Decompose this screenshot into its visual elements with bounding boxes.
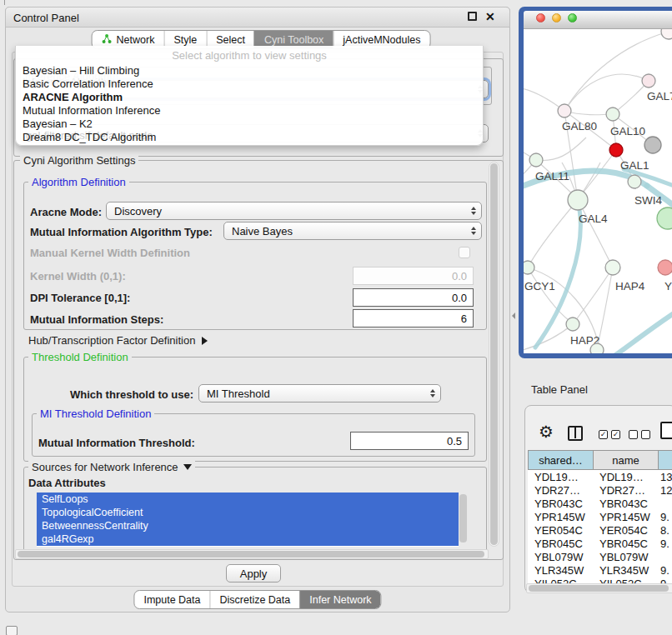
data-attribute-item[interactable]: SelfLoops: [37, 492, 459, 506]
table-row[interactable]: YBL079WYBL079W: [528, 550, 672, 563]
table-cell: YDR27…: [593, 484, 658, 497]
control-panel-titlebar: Control Panel: [5, 7, 510, 28]
kernel-width-field[interactable]: 0.0: [353, 267, 474, 285]
minimized-panel-icon[interactable]: [6, 626, 18, 635]
dpi-tolerance-label: DPI Tolerance [0,1]:: [30, 292, 130, 304]
network-node-gal11[interactable]: [529, 153, 543, 167]
table-horizontal-scrollbar[interactable]: [526, 583, 672, 593]
table-cell: YPR145W: [528, 511, 593, 523]
hub-definition-toggle[interactable]: Hub/Transcription Factor Definition: [28, 334, 208, 347]
network-window-titlebar[interactable]: [524, 11, 672, 29]
stepper-arrows-icon: [471, 207, 476, 215]
tab-label: Select: [216, 34, 245, 46]
data-attribute-item[interactable]: BetweennessCentrality: [37, 519, 459, 532]
table-cell: 9.: [658, 511, 672, 523]
scrollbar-thumb[interactable]: [529, 585, 669, 592]
close-icon[interactable]: ✕: [485, 9, 495, 24]
cyni-bottom-tabs: Impute Data Discretize Data Infer Networ…: [133, 590, 381, 609]
mi-threshold-field[interactable]: 0.5: [350, 432, 469, 450]
apply-button[interactable]: Apply: [226, 564, 281, 582]
float-window-icon[interactable]: [468, 12, 477, 21]
table-row[interactable]: YER054CYER054C8.: [528, 523, 672, 537]
network-node-gal80[interactable]: [558, 104, 571, 118]
dpi-tolerance-field[interactable]: 0.0: [353, 288, 474, 307]
table-function-icon[interactable]: [660, 422, 672, 439]
aracne-mode-select[interactable]: Discovery: [106, 202, 482, 220]
unchecked-box-icon: [629, 430, 638, 439]
network-node-hap2[interactable]: [566, 318, 579, 331]
network-node-swi4[interactable]: [628, 175, 641, 188]
network-node-gal7[interactable]: [642, 74, 655, 88]
algorithm-item[interactable]: Bayesian – K2: [20, 118, 479, 131]
data-attribute-item[interactable]: gal4RGexp: [37, 532, 459, 546]
split-columns-icon[interactable]: [568, 426, 583, 441]
settings-vertical-scrollbar[interactable]: [489, 162, 499, 547]
table-row[interactable]: YDR27…YDR27…12: [528, 483, 672, 497]
table-row[interactable]: YPR145WYPR145W9.: [528, 510, 672, 523]
node-attribute-table: shared… name A YDL19…YDL19…13YDR27…YDR27…: [528, 450, 672, 583]
network-node-gal4[interactable]: [568, 190, 588, 210]
data-attribute-item[interactable]: TopologicalCoefficient: [37, 506, 459, 519]
network-node[interactable]: [644, 137, 661, 153]
table-row[interactable]: YIL052CYIL052C9: [528, 577, 672, 583]
scrollbar-thumb[interactable]: [18, 551, 484, 558]
network-node-gal1[interactable]: [609, 143, 623, 157]
chevron-right-icon: [202, 337, 208, 345]
table-row[interactable]: YDL19…YDL19…13: [528, 470, 672, 483]
table-row[interactable]: YBR043CYBR043C: [528, 497, 672, 510]
which-threshold-label: Which threshold to use:: [70, 388, 193, 401]
which-threshold-select[interactable]: MI Threshold: [198, 384, 441, 402]
manual-kernel-checkbox[interactable]: [459, 247, 470, 258]
column-header-partial[interactable]: A: [658, 450, 672, 470]
aracne-mode-label: Aracne Mode:: [30, 206, 102, 218]
network-node[interactable]: [590, 343, 604, 353]
checked-box-icon: ✓: [611, 430, 620, 439]
table-cell: YER054C: [528, 524, 593, 537]
settings-horizontal-scrollbar[interactable]: [15, 549, 489, 559]
algorithm-item[interactable]: Basic Correlation Inference: [20, 78, 479, 91]
tab-impute-data[interactable]: Impute Data: [134, 591, 209, 608]
select-all-columns-icon[interactable]: ✓ ✓: [599, 430, 620, 439]
algorithm-item[interactable]: Mutual Information Inference: [20, 104, 479, 118]
network-node-label: Y: [664, 280, 672, 292]
table-cell: YBL079W: [528, 551, 593, 563]
algorithm-item[interactable]: Dream8 DC_TDC Algorithm: [20, 131, 479, 144]
network-node-gal10[interactable]: [606, 108, 619, 121]
algorithm-item[interactable]: Bayesian – Hill Climbing: [20, 64, 479, 78]
mi-type-select[interactable]: Naive Bayes: [223, 222, 482, 240]
network-view-canvas[interactable]: GAL7GAL80GAL10GAL1GAL11SWI4GAL4GCY1HAP4Y…: [524, 29, 672, 353]
table-cell: YBR043C: [528, 498, 593, 510]
deselect-all-columns-icon[interactable]: [629, 430, 650, 439]
tab-infer-network[interactable]: Infer Network: [299, 591, 380, 608]
algorithm-item[interactable]: ARACNE Algorithm: [20, 91, 479, 104]
sources-legend[interactable]: Sources for Network Inference: [28, 461, 195, 473]
tab-discretize-data[interactable]: Discretize Data: [210, 591, 300, 608]
network-node[interactable]: [661, 29, 672, 39]
cyni-settings-legend: Cyni Algorithm Settings: [20, 154, 138, 167]
table-header-row: shared… name A: [528, 450, 672, 470]
threshold-definition-legend: Threshold Definition: [28, 351, 132, 363]
network-node-label: GCY1: [524, 280, 555, 292]
table-settings-gear-icon[interactable]: ⚙: [539, 422, 554, 441]
network-node-hap4[interactable]: [605, 260, 620, 275]
panel-splitter-handle[interactable]: [512, 312, 515, 319]
close-traffic-light[interactable]: [536, 13, 545, 22]
table-row[interactable]: YLR345WYLR345W9.: [528, 563, 672, 577]
network-node-gcy1[interactable]: [524, 261, 534, 274]
table-cell: 9.: [658, 564, 672, 577]
scrollbar-thumb[interactable]: [490, 163, 498, 545]
list-scrollbar-thumb[interactable]: [459, 494, 467, 542]
mi-steps-field[interactable]: 6: [353, 309, 474, 328]
zoom-traffic-light[interactable]: [568, 13, 577, 22]
column-header-name[interactable]: name: [593, 450, 658, 470]
minimize-traffic-light[interactable]: [552, 13, 561, 22]
tab-label: Style: [173, 34, 197, 46]
table-cell: 8.: [658, 524, 672, 537]
stepper-arrows-icon: [430, 389, 435, 398]
network-node[interactable]: [657, 208, 672, 229]
network-node-y[interactable]: [658, 260, 672, 275]
column-header-shared-name[interactable]: shared…: [528, 450, 593, 470]
sources-legend-label: Sources for Network Inference: [32, 461, 178, 473]
table-row[interactable]: YBR045CYBR045C9.: [528, 537, 672, 550]
data-attributes-list[interactable]: SelfLoopsTopologicalCoefficientBetweenne…: [37, 492, 459, 547]
